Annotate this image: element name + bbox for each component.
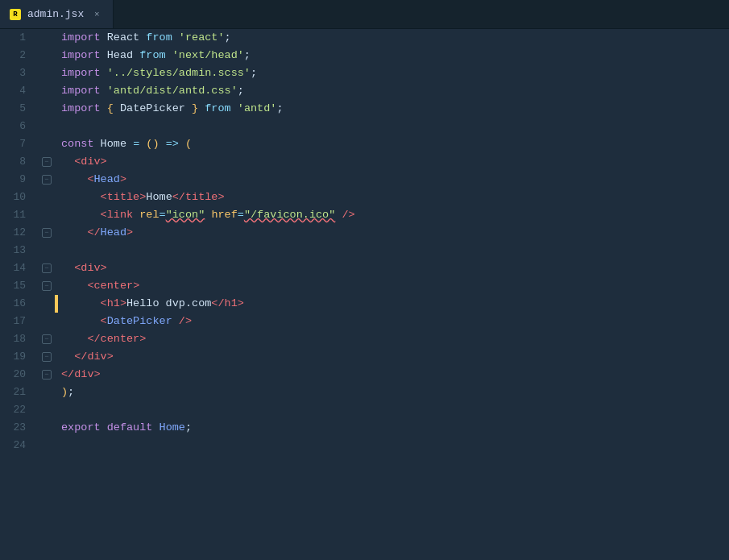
line-number: 9 [0, 171, 39, 189]
line: 17 <DatePicker /> [0, 313, 729, 330]
code-content: <Head> [58, 171, 729, 189]
line-number: 24 [0, 437, 39, 454]
tab-icon: R [10, 9, 21, 20]
line: 18− </center> [0, 330, 729, 348]
gutter: − [39, 224, 55, 242]
gutter [39, 135, 55, 153]
line-number: 20 [0, 366, 39, 384]
gutter [39, 29, 55, 47]
fold-icon[interactable]: − [42, 334, 52, 344]
gutter [39, 242, 55, 259]
code-content: import '../styles/admin.scss'; [58, 64, 729, 82]
line: 22 [0, 401, 729, 419]
code-content: <link rel="icon" href="/favicon.ico" /> [58, 206, 729, 224]
gutter [39, 384, 55, 401]
code-content [58, 242, 729, 259]
gutter: − [39, 366, 55, 384]
line-number: 7 [0, 135, 39, 153]
line-number: 10 [0, 189, 39, 206]
line: 6 [0, 118, 729, 135]
gutter [39, 419, 55, 437]
fold-icon[interactable]: − [42, 228, 52, 238]
gutter [39, 401, 55, 419]
line-number: 19 [0, 348, 39, 366]
gutter [39, 47, 55, 64]
code-content: ); [58, 384, 729, 401]
gutter [39, 295, 55, 313]
code-content: </Head> [58, 224, 729, 242]
gutter [39, 189, 55, 206]
line-number: 2 [0, 47, 39, 64]
tab-filename: admin.jsx [27, 8, 84, 20]
code-content: </div> [58, 366, 729, 384]
code-content: <div> [58, 153, 729, 171]
fold-icon[interactable]: − [42, 157, 52, 167]
tab-admin-jsx[interactable]: R admin.jsx × [0, 0, 114, 28]
line: 15− <center> [0, 277, 729, 295]
code-content: </div> [58, 348, 729, 366]
line-number: 22 [0, 401, 39, 419]
fold-icon[interactable]: − [42, 263, 52, 273]
line-number: 6 [0, 118, 39, 135]
line-number: 5 [0, 100, 39, 118]
line: 2import Head from 'next/head'; [0, 47, 729, 64]
code-content [58, 437, 729, 454]
fold-icon[interactable]: − [42, 352, 52, 362]
line-number: 3 [0, 64, 39, 82]
line: 23export default Home; [0, 419, 729, 437]
code-content: import 'antd/dist/antd.css'; [58, 82, 729, 100]
code-content: export default Home; [58, 419, 729, 437]
line-number: 17 [0, 313, 39, 330]
code-content: </center> [58, 330, 729, 348]
line: 3import '../styles/admin.scss'; [0, 64, 729, 82]
gutter [39, 64, 55, 82]
line: 16 <h1>Hello dvp.com</h1> [0, 295, 729, 313]
line-number: 16 [0, 295, 39, 313]
gutter: − [39, 153, 55, 171]
line: 11 <link rel="icon" href="/favicon.ico" … [0, 206, 729, 224]
line-number: 1 [0, 29, 39, 47]
fold-icon[interactable]: − [42, 175, 52, 185]
line: 24 [0, 437, 729, 454]
line: 12− </Head> [0, 224, 729, 242]
gutter: − [39, 330, 55, 348]
gutter [39, 100, 55, 118]
line-number: 21 [0, 384, 39, 401]
gutter: − [39, 348, 55, 366]
line-number: 4 [0, 82, 39, 100]
code-content [58, 118, 729, 135]
line: 13 [0, 242, 729, 259]
tab-close-button[interactable]: × [90, 8, 103, 21]
gutter: − [39, 171, 55, 189]
editor: 1import React from 'react';2import Head … [0, 29, 729, 560]
code-content: import Head from 'next/head'; [58, 47, 729, 64]
line: 21); [0, 384, 729, 401]
gutter [39, 313, 55, 330]
line-number: 23 [0, 419, 39, 437]
line: 8− <div> [0, 153, 729, 171]
fold-icon[interactable]: − [42, 281, 52, 291]
line: 19− </div> [0, 348, 729, 366]
code-content: <center> [58, 277, 729, 295]
line: 5import { DatePicker } from 'antd'; [0, 100, 729, 118]
code-content: <title>Home</title> [58, 189, 729, 206]
code-content: <div> [58, 259, 729, 277]
gutter [39, 82, 55, 100]
gutter: − [39, 277, 55, 295]
line-number: 14 [0, 259, 39, 277]
line-number: 13 [0, 242, 39, 259]
gutter [39, 437, 55, 454]
line-number: 15 [0, 277, 39, 295]
gutter [39, 206, 55, 224]
line: 10 <title>Home</title> [0, 189, 729, 206]
tab-bar: R admin.jsx × [0, 0, 729, 29]
line: 20−</div> [0, 366, 729, 384]
fold-icon[interactable]: − [42, 370, 52, 380]
code-content: <DatePicker /> [58, 313, 729, 330]
line-number: 12 [0, 224, 39, 242]
line: 4import 'antd/dist/antd.css'; [0, 82, 729, 100]
line-number: 11 [0, 206, 39, 224]
gutter: − [39, 259, 55, 277]
code-content: import { DatePicker } from 'antd'; [58, 100, 729, 118]
code-content: import React from 'react'; [58, 29, 729, 47]
